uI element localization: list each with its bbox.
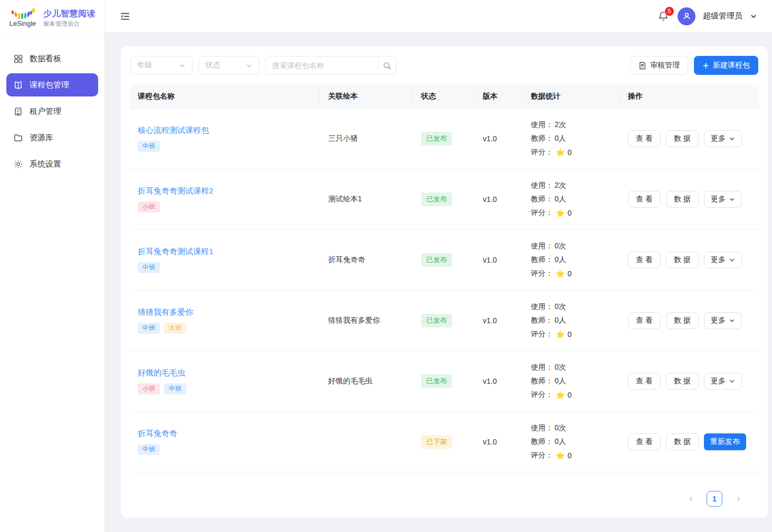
grade-tag: 小班 <box>138 201 160 213</box>
search-input[interactable] <box>266 61 378 70</box>
teachers-value: 0人 <box>555 437 566 447</box>
search-box <box>265 56 396 75</box>
notifications-button[interactable]: 5 <box>656 9 670 23</box>
package-name-link[interactable]: 折耳兔奇奇测试课程2 <box>138 186 213 196</box>
version-text: v1.0 <box>483 195 497 204</box>
pagination: 1 <box>129 491 759 507</box>
page-1-button[interactable]: 1 <box>707 491 722 507</box>
data-button[interactable]: 数据 <box>666 312 699 329</box>
sidebar-item-label: 租户管理 <box>30 107 61 117</box>
sidebar-item-settings[interactable]: 系统设置 <box>6 152 98 176</box>
grade-tag: 中班 <box>138 323 160 334</box>
table-row: 折耳兔奇奇测试课程2 小班 测试绘本1 已发布 v1.0 使用：2次 教师：0人… <box>129 169 759 230</box>
chevron-down-icon <box>750 13 757 20</box>
package-name-link[interactable]: 折耳兔奇奇测试课程1 <box>138 247 213 257</box>
chevron-down-icon <box>729 317 735 324</box>
usage-value: 2次 <box>555 120 566 130</box>
more-button[interactable]: 更多 <box>704 191 742 208</box>
status-select[interactable]: 状态 <box>198 56 260 75</box>
view-button[interactable]: 查看 <box>628 312 661 329</box>
column-header-version: 版本 <box>474 85 522 108</box>
logo-text: LeSingle <box>9 20 36 27</box>
sidebar-item-course-packages[interactable]: 课程包管理 <box>6 73 98 96</box>
sidebar-collapse-button[interactable] <box>118 9 132 24</box>
grade-tag: 中班 <box>138 444 160 456</box>
review-management-button[interactable]: 审核管理 <box>630 56 688 75</box>
more-button[interactable]: 更多 <box>704 373 742 390</box>
data-button[interactable]: 数据 <box>666 130 699 147</box>
book-name: 三只小猪 <box>328 134 358 143</box>
avatar[interactable] <box>678 7 695 25</box>
package-name-link[interactable]: 好饿的毛毛虫 <box>138 368 185 378</box>
table-row: 核心流程测试课程包 中班 三只小猪 已发布 v1.0 使用：2次 教师：0人 评… <box>129 109 759 169</box>
version-text: v1.0 <box>483 438 497 446</box>
chevron-down-icon <box>729 136 735 142</box>
sidebar-item-label: 系统设置 <box>30 159 61 169</box>
more-label: 更多 <box>711 195 726 204</box>
sidebar-item-resources[interactable]: 资源库 <box>6 126 98 149</box>
chevron-right-icon <box>735 496 742 502</box>
data-button[interactable]: 数据 <box>666 433 699 450</box>
chevron-down-icon <box>729 378 735 384</box>
dashboard-icon <box>13 54 23 64</box>
star-icon: ⭐ <box>556 391 565 399</box>
book-name: 好饿的毛毛虫 <box>328 376 373 386</box>
next-page-button[interactable] <box>732 492 745 505</box>
chevron-down-icon <box>729 196 735 202</box>
teachers-label: 教师： <box>531 437 553 447</box>
audit-icon <box>638 62 646 70</box>
menu-fold-icon <box>119 11 131 22</box>
grade-tag: 中班 <box>138 141 160 152</box>
view-button[interactable]: 查看 <box>628 433 661 450</box>
grade-tag: 小班 <box>138 383 160 395</box>
package-name-link[interactable]: 折耳兔奇奇 <box>138 429 177 439</box>
filter-toolbar: 年级 状态 审核管理 <box>129 56 759 75</box>
search-button[interactable] <box>378 56 396 74</box>
teachers-value: 0人 <box>555 195 566 204</box>
sidebar-item-label: 数据看板 <box>30 54 61 64</box>
sidebar-item-label: 资源库 <box>30 133 53 143</box>
version-text: v1.0 <box>483 134 497 143</box>
view-button[interactable]: 查看 <box>628 191 661 208</box>
star-icon: ⭐ <box>556 148 565 157</box>
rating-value: 0 <box>567 148 571 157</box>
view-button[interactable]: 查看 <box>628 252 661 268</box>
status-badge: 已发布 <box>421 374 452 388</box>
version-text: v1.0 <box>483 316 497 325</box>
gear-icon <box>13 159 23 169</box>
grade-select-placeholder: 年级 <box>137 61 152 70</box>
rating-value: 0 <box>567 391 571 399</box>
package-name-link[interactable]: 核心流程测试课程包 <box>138 125 209 136</box>
grade-select[interactable]: 年级 <box>130 56 193 75</box>
view-button[interactable]: 查看 <box>628 130 661 147</box>
course-package-table: 课程包名称 关联绘本 状态 版本 数据统计 操作 核心流程测试课程包 中班 三只… <box>129 85 759 472</box>
more-button[interactable]: 更多 <box>704 252 742 268</box>
book-name: 折耳兔奇奇 <box>328 255 365 265</box>
teachers-value: 0人 <box>555 316 566 325</box>
create-package-button[interactable]: 新建课程包 <box>694 56 758 75</box>
package-name-link[interactable]: 猜猜我有多爱你 <box>138 307 193 317</box>
usage-label: 使用： <box>531 302 553 312</box>
user-name: 超级管理员 <box>703 11 742 21</box>
more-button[interactable]: 更多 <box>704 130 742 147</box>
republish-button[interactable]: 重新发布 <box>704 433 746 450</box>
sidebar-item-dashboard[interactable]: 数据看板 <box>6 47 98 70</box>
view-button[interactable]: 查看 <box>628 373 661 390</box>
status-badge: 已发布 <box>421 132 452 146</box>
column-header-stats: 数据统计 <box>522 85 619 108</box>
building-icon <box>13 107 23 117</box>
prev-page-button[interactable] <box>684 492 697 505</box>
grade-tag: 中班 <box>164 383 186 395</box>
sidebar-nav: 数据看板 课程包管理 租户管理 资源库 系统设置 <box>0 47 104 176</box>
data-button[interactable]: 数据 <box>666 373 699 390</box>
sidebar-item-tenants[interactable]: 租户管理 <box>6 100 98 123</box>
user-menu-button[interactable] <box>750 13 757 20</box>
folder-icon <box>13 133 23 143</box>
more-button[interactable]: 更多 <box>704 312 742 329</box>
star-icon: ⭐ <box>556 269 565 278</box>
notification-badge: 5 <box>664 6 674 16</box>
teachers-label: 教师： <box>531 195 553 204</box>
rating-label: 评分： <box>531 269 553 278</box>
data-button[interactable]: 数据 <box>666 191 699 208</box>
data-button[interactable]: 数据 <box>666 252 699 268</box>
